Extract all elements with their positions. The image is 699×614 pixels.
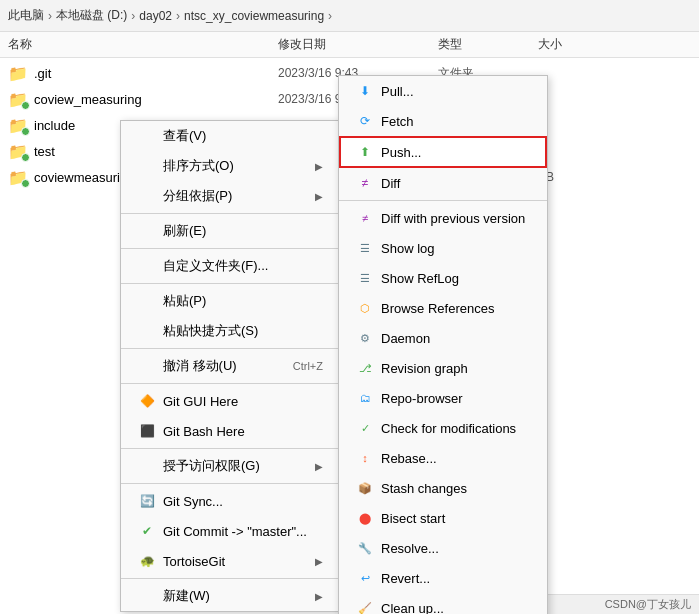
ctx-diff-prev[interactable]: ≠ Diff with previous version <box>339 203 547 233</box>
ctx-paste-shortcut[interactable]: 粘贴快捷方式(S) <box>121 316 339 346</box>
ctx-icon <box>137 156 157 176</box>
file-name: coview_measuring <box>34 92 278 107</box>
menu-separator <box>339 200 547 201</box>
ctx-browse-refs[interactable]: ⬡ Browse References <box>339 293 547 323</box>
ctx-refresh[interactable]: 刷新(E) <box>121 216 339 246</box>
ctx-label: 粘贴(P) <box>163 292 206 310</box>
breadcrumb-item[interactable]: 本地磁盘 (D:) <box>56 7 127 24</box>
ctx-daemon[interactable]: ⚙ Daemon <box>339 323 547 353</box>
breadcrumb-sep: › <box>328 9 332 23</box>
browse-refs-icon: ⬡ <box>355 298 375 318</box>
menu-separator <box>121 448 339 449</box>
ctx-label: 撤消 移动(U) <box>163 357 237 375</box>
col-header-type[interactable]: 类型 <box>438 36 538 53</box>
ctx-diff[interactable]: ≠ Diff <box>339 168 547 198</box>
repo-browser-icon: 🗂 <box>355 388 375 408</box>
ctx-label: Browse References <box>381 301 531 316</box>
ctx-label: TortoiseGit <box>163 554 225 569</box>
ctx-resolve[interactable]: 🔧 Resolve... <box>339 533 547 563</box>
ctx-shortcut: Ctrl+Z <box>293 360 323 372</box>
ctx-label: 分组依据(P) <box>163 187 232 205</box>
menu-separator <box>121 348 339 349</box>
resolve-icon: 🔧 <box>355 538 375 558</box>
ctx-icon <box>137 186 157 206</box>
git-gui-icon: 🔶 <box>137 391 157 411</box>
ctx-icon <box>137 321 157 341</box>
menu-separator <box>121 578 339 579</box>
ctx-label: Stash changes <box>381 481 531 496</box>
breadcrumb-item[interactable]: 此电脑 <box>8 7 44 24</box>
ctx-show-reflog[interactable]: ☰ Show RefLog <box>339 263 547 293</box>
ctx-label: Diff <box>381 176 531 191</box>
git-folder-icon: 📁 <box>8 167 28 187</box>
revert-icon: ↩ <box>355 568 375 588</box>
ctx-label: Revision graph <box>381 361 531 376</box>
submenu-arrow-icon: ▶ <box>315 556 323 567</box>
breadcrumb-sep: › <box>176 9 180 23</box>
ctx-view[interactable]: 查看(V) <box>121 121 339 151</box>
ctx-icon <box>137 126 157 146</box>
ctx-label: Resolve... <box>381 541 531 556</box>
col-header-size[interactable]: 大小 <box>538 36 618 53</box>
ctx-git-bash[interactable]: ⬛ Git Bash Here <box>121 416 339 446</box>
ctx-stash[interactable]: 📦 Stash changes <box>339 473 547 503</box>
submenu-arrow-icon: ▶ <box>315 461 323 472</box>
ctx-revert[interactable]: ↩ Revert... <box>339 563 547 593</box>
context-menu-left: 查看(V) 排序方式(O) ▶ 分组依据(P) ▶ 刷新(E) <box>120 120 340 612</box>
ctx-icon <box>137 256 157 276</box>
ctx-revision-graph[interactable]: ⎇ Revision graph <box>339 353 547 383</box>
ctx-customize-folder[interactable]: 自定义文件夹(F)... <box>121 251 339 281</box>
git-folder-icon: 📁 <box>8 115 28 135</box>
ctx-label: Fetch <box>381 114 531 129</box>
git-bash-icon: ⬛ <box>137 421 157 441</box>
ctx-cleanup[interactable]: 🧹 Clean up... <box>339 593 547 614</box>
context-menu-right: ⬇ Pull... ⟳ Fetch ⬆ Push... ≠ Diff <box>338 75 548 614</box>
submenu-arrow-icon: ▶ <box>315 591 323 602</box>
ctx-label: Daemon <box>381 331 531 346</box>
check-mods-icon: ✓ <box>355 418 375 438</box>
ctx-repo-browser[interactable]: 🗂 Repo-browser <box>339 383 547 413</box>
col-header-date[interactable]: 修改日期 <box>278 36 438 53</box>
ctx-git-gui[interactable]: 🔶 Git GUI Here <box>121 386 339 416</box>
ctx-fetch[interactable]: ⟳ Fetch <box>339 106 547 136</box>
ctx-group[interactable]: 分组依据(P) ▶ <box>121 181 339 211</box>
ctx-label: Git GUI Here <box>163 394 238 409</box>
ctx-label: 排序方式(O) <box>163 157 234 175</box>
ctx-label: 刷新(E) <box>163 222 206 240</box>
ctx-pull[interactable]: ⬇ Pull... <box>339 76 547 106</box>
ctx-label: Repo-browser <box>381 391 531 406</box>
ctx-label: Git Bash Here <box>163 424 245 439</box>
diff-prev-icon: ≠ <box>355 208 375 228</box>
breadcrumb[interactable]: 此电脑 › 本地磁盘 (D:) › day02 › ntsc_xy_coview… <box>0 0 699 32</box>
cleanup-icon: 🧹 <box>355 598 375 614</box>
show-reflog-icon: ☰ <box>355 268 375 288</box>
fetch-icon: ⟳ <box>355 111 375 131</box>
col-header-name[interactable]: 名称 <box>8 36 278 53</box>
ctx-icon <box>137 356 157 376</box>
ctx-bisect[interactable]: ⬤ Bisect start <box>339 503 547 533</box>
ctx-rebase[interactable]: ↕ Rebase... <box>339 443 547 473</box>
ctx-show-log[interactable]: ☰ Show log <box>339 233 547 263</box>
show-log-icon: ☰ <box>355 238 375 258</box>
ctx-sort[interactable]: 排序方式(O) ▶ <box>121 151 339 181</box>
pull-icon: ⬇ <box>355 81 375 101</box>
breadcrumb-item[interactable]: day02 <box>139 9 172 23</box>
ctx-push[interactable]: ⬆ Push... <box>339 136 547 168</box>
ctx-check-mods[interactable]: ✓ Check for modifications <box>339 413 547 443</box>
ctx-label: 自定义文件夹(F)... <box>163 257 268 275</box>
ctx-label: Diff with previous version <box>381 211 531 226</box>
file-size: KB <box>538 170 618 184</box>
ctx-git-commit[interactable]: ✔ Git Commit -> "master"... <box>121 516 339 546</box>
menu-separator <box>121 283 339 284</box>
folder-icon: 📁 <box>8 63 28 83</box>
ctx-grant-access[interactable]: 授予访问权限(G) ▶ <box>121 451 339 481</box>
ctx-paste[interactable]: 粘贴(P) <box>121 286 339 316</box>
ctx-tortoisegit[interactable]: 🐢 TortoiseGit ▶ <box>121 546 339 576</box>
status-text: CSDN@丁女孩儿 <box>605 597 691 612</box>
ctx-new[interactable]: 新建(W) ▶ <box>121 581 339 611</box>
breadcrumb-item[interactable]: ntsc_xy_coviewmeasuring <box>184 9 324 23</box>
ctx-label: Revert... <box>381 571 531 586</box>
tortoisegit-icon: 🐢 <box>137 551 157 571</box>
ctx-git-sync[interactable]: 🔄 Git Sync... <box>121 486 339 516</box>
ctx-undo[interactable]: 撤消 移动(U) Ctrl+Z <box>121 351 339 381</box>
